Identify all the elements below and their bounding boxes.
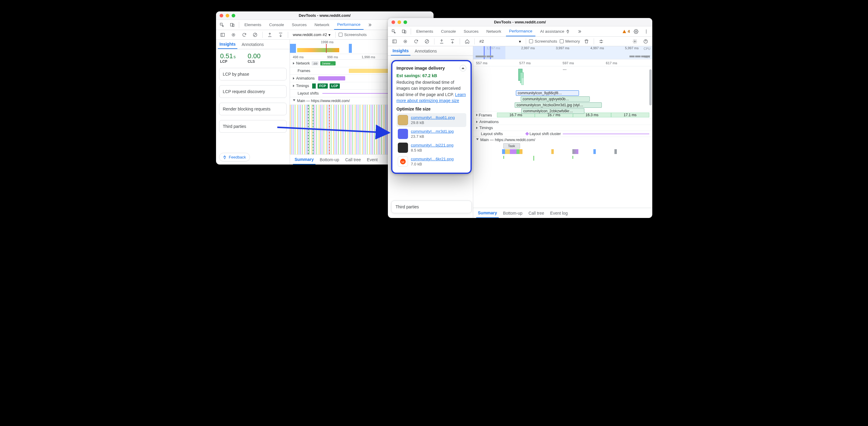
- tab-summary[interactable]: Summary: [293, 155, 316, 165]
- expand-icon[interactable]: [476, 127, 478, 129]
- scrollbar-thumb[interactable]: [649, 69, 652, 105]
- track-layout-shifts[interactable]: Layout shifts Layout shift cluster: [473, 131, 652, 137]
- timeline-right[interactable]: 1,997 ms 2,997 ms 3,997 ms 4,997 ms 5,99…: [473, 46, 652, 218]
- expand-icon[interactable]: [293, 77, 294, 79]
- tab-event-log[interactable]: Event: [365, 155, 379, 165]
- tab-event-log[interactable]: Event log: [548, 208, 569, 218]
- track-animations[interactable]: Animations: [296, 76, 315, 80]
- tab-performance[interactable]: Performance: [334, 20, 363, 30]
- collapse-button[interactable]: [460, 65, 466, 71]
- tab-console[interactable]: Console: [266, 20, 287, 30]
- download-icon[interactable]: [448, 37, 457, 46]
- expand-icon[interactable]: [476, 114, 478, 116]
- expand-icon[interactable]: [293, 62, 294, 65]
- help-icon[interactable]: [642, 37, 650, 46]
- screenshots-checkbox[interactable]: Screenshots: [529, 39, 557, 43]
- file-row[interactable]: communityI…bj221.png 8.5 kB: [397, 141, 466, 155]
- session-select[interactable]: #2▾: [478, 38, 523, 44]
- insight-card-lcp-by-phase[interactable]: LCP by phase: [219, 68, 287, 80]
- settings-icon[interactable]: [632, 27, 640, 36]
- tab-summary[interactable]: Summary: [476, 208, 499, 218]
- inspect-icon[interactable]: [218, 21, 226, 29]
- memory-checkbox[interactable]: Memory: [560, 39, 580, 43]
- tab-elements[interactable]: Elements: [242, 20, 265, 30]
- upload-icon[interactable]: [437, 37, 446, 46]
- subtab-annotations[interactable]: Annotations: [413, 46, 439, 56]
- reload-icon[interactable]: [240, 31, 248, 39]
- expand-icon[interactable]: [293, 85, 294, 87]
- device-toggle-icon[interactable]: [228, 21, 237, 29]
- network-entry[interactable]: communityIcon_hlczkoi3mr3d1.jpg (styl…: [515, 102, 602, 108]
- kebab-icon[interactable]: [642, 27, 650, 36]
- task-block[interactable]: Task: [503, 143, 520, 149]
- overview-minimap[interactable]: 1,997 ms 2,997 ms 3,997 ms 4,997 ms 5,99…: [473, 46, 652, 60]
- insight-card-lcp-request[interactable]: LCP request discovery: [219, 85, 287, 98]
- main-thread-tasks[interactable]: Task: [473, 142, 652, 157]
- file-row[interactable]: communityI…8oq61.png 29.8 kB: [397, 113, 466, 127]
- track-network[interactable]: Network: [296, 61, 310, 65]
- network-entry[interactable]: communityIcon_2cbkzwfs6kr…: [521, 108, 584, 114]
- tab-call-tree[interactable]: Call tree: [343, 155, 363, 165]
- file-link[interactable]: communityI…mr3d1.jpg: [411, 129, 454, 134]
- clear-icon[interactable]: [423, 37, 431, 46]
- issues-badge[interactable]: 4: [622, 29, 630, 34]
- timing-lcp[interactable]: LCP: [330, 84, 340, 89]
- clear-icon[interactable]: [251, 31, 259, 39]
- tab-performance[interactable]: Performance: [506, 26, 535, 36]
- upload-icon[interactable]: [266, 31, 274, 39]
- file-row[interactable]: communityI…mr3d1.jpg 23.7 kB: [397, 127, 466, 141]
- network-chip[interactable]: .co: [312, 61, 318, 65]
- screenshots-checkbox[interactable]: Screenshots: [339, 32, 367, 37]
- track-main[interactable]: Main — https://www.reddit.com/: [297, 99, 350, 103]
- overflow-icon[interactable]: [575, 27, 584, 36]
- track-timings[interactable]: Timings: [473, 125, 652, 131]
- titlebar[interactable]: DevTools - www.reddit.com/: [388, 18, 652, 26]
- dock-side-icon[interactable]: [390, 37, 399, 46]
- record-icon[interactable]: [229, 31, 238, 39]
- tab-network[interactable]: Network: [312, 20, 333, 30]
- network-chip[interactable]: (www…: [320, 61, 336, 65]
- tab-console[interactable]: Console: [438, 26, 459, 36]
- subtab-insights[interactable]: Insights: [391, 46, 411, 56]
- device-toggle-icon[interactable]: [400, 27, 408, 36]
- track-collapsed-icon[interactable]: …: [563, 66, 568, 71]
- expand-icon[interactable]: [476, 121, 478, 123]
- inspect-icon[interactable]: [390, 27, 398, 36]
- download-icon[interactable]: [276, 31, 285, 39]
- record-icon[interactable]: [401, 37, 409, 46]
- insight-card-third-parties[interactable]: Third parties: [219, 120, 287, 133]
- tab-sources[interactable]: Sources: [289, 20, 310, 30]
- collapse-icon[interactable]: [476, 138, 478, 141]
- track-animations[interactable]: Animations: [473, 119, 652, 125]
- tab-sources[interactable]: Sources: [461, 26, 482, 36]
- track-timings[interactable]: Timings: [296, 84, 309, 88]
- collapse-icon[interactable]: [293, 99, 295, 102]
- network-entry[interactable]: communityIcon_qqtvyeb0b…: [521, 96, 590, 102]
- file-row[interactable]: communityI…6kr21.png 7.0 kB: [397, 155, 466, 168]
- tab-ai-assistance[interactable]: AI assistance: [537, 26, 573, 36]
- subtab-insights[interactable]: Insights: [218, 40, 238, 49]
- tab-bottom-up[interactable]: Bottom-up: [318, 155, 341, 165]
- insight-card-third-parties[interactable]: Third parties: [391, 201, 472, 213]
- track-layout-shifts[interactable]: Layout shifts: [298, 91, 319, 95]
- subtab-annotations[interactable]: Annotations: [240, 40, 266, 49]
- dock-side-icon[interactable]: [218, 31, 227, 39]
- tab-call-tree[interactable]: Call tree: [527, 208, 546, 218]
- overflow-icon[interactable]: [365, 21, 374, 29]
- network-entry[interactable]: communityIcon_9yj66cjf8…: [516, 90, 579, 96]
- home-icon[interactable]: [463, 37, 471, 46]
- layout-shift-label[interactable]: Layout shift cluster: [530, 132, 561, 136]
- tab-elements[interactable]: Elements: [413, 26, 436, 36]
- insight-improve-image-delivery[interactable]: Improve image delivery Est savings: 67.2…: [391, 60, 472, 174]
- session-select[interactable]: www.reddit.com #2▾: [291, 32, 332, 38]
- track-main[interactable]: Main — https://www.reddit.com/: [473, 137, 652, 142]
- file-link[interactable]: communityI…6kr21.png: [411, 157, 454, 162]
- file-link[interactable]: communityI…8oq61.png: [411, 115, 455, 120]
- feedback-button[interactable]: Feedback: [219, 153, 250, 162]
- reload-icon[interactable]: [412, 37, 420, 46]
- more-views-icon[interactable]: [597, 37, 606, 46]
- timing-fcp[interactable]: FCP: [317, 84, 328, 89]
- file-link[interactable]: communityI…bj221.png: [411, 143, 454, 148]
- settings-icon[interactable]: [631, 37, 639, 46]
- gc-icon[interactable]: [582, 37, 591, 46]
